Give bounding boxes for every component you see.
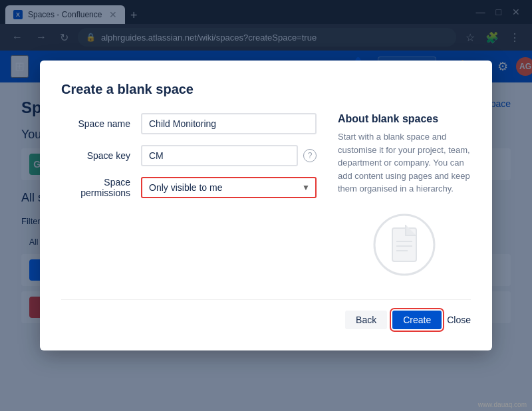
space-key-input[interactable]	[141, 145, 298, 166]
space-name-label: Space name	[61, 118, 141, 129]
info-illustration	[338, 211, 471, 278]
info-title: About blank spaces	[338, 113, 471, 125]
create-space-modal: Create a blank space Space name Space ke…	[40, 61, 492, 350]
modal-title: Create a blank space	[61, 82, 471, 97]
info-text: Start with a blank space and customise i…	[338, 130, 471, 196]
space-name-input[interactable]	[141, 113, 317, 134]
back-button[interactable]: Back	[345, 311, 387, 329]
close-button[interactable]: Close	[447, 311, 471, 329]
modal-info-panel: About blank spaces Start with a blank sp…	[338, 113, 471, 278]
modal-form: Space name Space key ? Space permissions	[61, 113, 317, 278]
create-button[interactable]: Create	[392, 311, 442, 329]
space-permissions-wrapper: Only visible to me Anyone can view Anyon…	[141, 177, 317, 198]
space-name-row: Space name	[61, 113, 317, 134]
space-key-row: Space key ?	[61, 145, 317, 166]
space-key-label: Space key	[61, 150, 141, 161]
space-key-input-wrapper: ?	[141, 145, 317, 166]
space-permissions-row: Space permissions Only visible to me Any…	[61, 177, 317, 198]
space-permissions-select[interactable]: Only visible to me Anyone can view Anyon…	[141, 177, 317, 198]
watermark: www.dauaq.com	[478, 401, 527, 408]
modal-body: Space name Space key ? Space permissions	[61, 113, 471, 278]
modal-overlay: Create a blank space Space name Space ke…	[0, 0, 532, 411]
space-permissions-label: Space permissions	[61, 177, 141, 198]
help-tooltip-icon[interactable]: ?	[303, 149, 317, 162]
modal-footer: Back Create Close	[61, 299, 471, 329]
